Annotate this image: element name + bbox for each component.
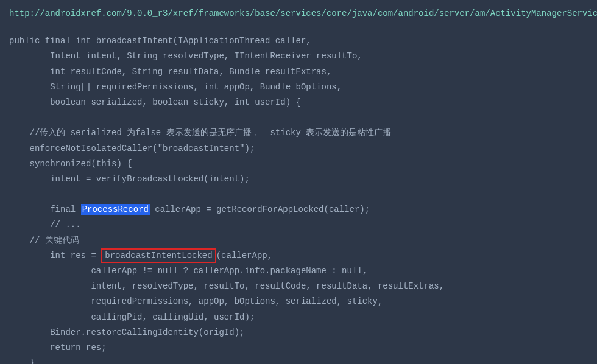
code-comment: //传入的 serialized 为false 表示发送的是无序广播， stic… bbox=[9, 128, 391, 138]
code-line: intent, resolvedType, resultTo, resultCo… bbox=[9, 281, 444, 291]
code-line: int resultCode, String resultData, Bundl… bbox=[9, 67, 331, 77]
code-line-part: int res = bbox=[9, 251, 101, 261]
code-line: Binder.restoreCallingIdentity(origId); bbox=[9, 327, 244, 337]
code-line-part: callerApp = getRecordForAppLocked(caller… bbox=[150, 205, 370, 214]
code-line-part: (callerApp, bbox=[216, 251, 272, 261]
code-line: synchronized(this) { bbox=[9, 159, 132, 169]
code-line: enforceNotIsolatedCaller("broadcastInten… bbox=[9, 144, 255, 153]
code-comment: // 关键代码 bbox=[9, 236, 79, 245]
code-line: requiredPermissions, appOp, bOptions, se… bbox=[9, 296, 383, 306]
highlight-processrecord: ProcessRecord bbox=[81, 204, 150, 215]
code-line: } bbox=[9, 358, 35, 364]
highlight-broadcastintentlocked: broadcastIntentLocked bbox=[101, 248, 216, 263]
source-url: http://androidxref.com/9.0.0_r3/xref/fra… bbox=[9, 6, 588, 21]
code-line-part: final bbox=[9, 205, 81, 214]
code-line: return res; bbox=[9, 343, 107, 352]
code-line: intent = verifyBroadcastLocked(intent); bbox=[9, 174, 250, 184]
code-line: Intent intent, String resolvedType, IInt… bbox=[9, 51, 362, 61]
code-line: callingPid, callingUid, userId); bbox=[9, 312, 255, 322]
code-line: String[] requiredPermissions, int appOp,… bbox=[9, 82, 342, 92]
code-line: callerApp != null ? callerApp.info.packa… bbox=[9, 266, 367, 276]
code-line: boolean serialized, boolean sticky, int … bbox=[9, 97, 301, 107]
code-line: // ... bbox=[9, 220, 81, 229]
code-block: public final int broadcastIntent(IApplic… bbox=[9, 33, 588, 364]
code-line: public final int broadcastIntent(IApplic… bbox=[9, 36, 311, 46]
